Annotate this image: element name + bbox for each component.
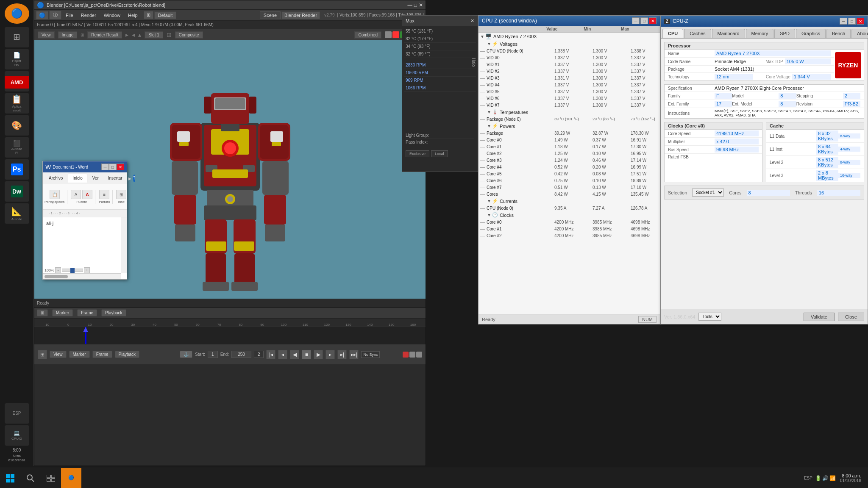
cpuz-minimize[interactable]: ─	[840, 18, 847, 25]
combined-btn[interactable]: Combined	[354, 31, 381, 39]
voltages-group[interactable]: ▼ ⚡ Voltages	[479, 40, 660, 47]
volume-icon[interactable]: 🔊	[822, 475, 829, 481]
vid5-row[interactable]: —VID #51.337 V1.300 V1.337 V	[479, 88, 660, 95]
core0-power-row[interactable]: —Core #01.49 W0.37 W16.91 W	[479, 136, 660, 143]
start-button[interactable]	[0, 468, 20, 488]
tab-about[interactable]: About	[851, 29, 868, 38]
menu-file[interactable]: File	[62, 12, 77, 19]
tree-maximize[interactable]: □	[640, 17, 648, 24]
tl-view-btn[interactable]: ⊞	[37, 309, 48, 316]
validate-btn[interactable]: Validate	[804, 313, 835, 321]
tab-caches[interactable]: Caches	[684, 29, 711, 38]
sidebar-icon-dw[interactable]: Dw	[5, 181, 29, 202]
maximize-btn[interactable]: □	[414, 2, 417, 8]
word-maximize[interactable]: □	[109, 164, 117, 170]
clock-core1-row[interactable]: —Core #14200 MHz3985 MHz4698 MHz	[479, 225, 660, 232]
num-indicator[interactable]: NUM	[638, 316, 657, 323]
clocks-group[interactable]: ▼ 🕐 Clocks	[479, 211, 660, 219]
word-close[interactable]: ✕	[117, 164, 124, 170]
sidebar-icon-amd[interactable]: AMD	[5, 71, 29, 92]
cortana-btn[interactable]	[20, 468, 41, 488]
tools-dropdown[interactable]: Tools	[698, 313, 721, 321]
blender-taskbar-btn[interactable]: 🔵	[61, 468, 81, 488]
next-frame-btn[interactable]: ▸	[326, 350, 335, 359]
menu-render[interactable]: Render	[78, 12, 100, 19]
vid4-row[interactable]: —VID #41.337 V1.300 V1.337 V	[479, 81, 660, 88]
vp-ctrl-1[interactable]	[385, 31, 392, 38]
pkg-temp-row[interactable]: —Package (Node 0)39 °C (101 °F)29 °C (83…	[479, 116, 660, 122]
play-reverse-btn[interactable]: ◀	[290, 350, 299, 359]
scene-selector[interactable]: Scene	[260, 11, 281, 19]
font-icon[interactable]: A	[71, 190, 81, 199]
clock-core0-row[interactable]: —Core #04200 MHz3985 MHz4698 MHz	[479, 219, 660, 225]
monitoring-close[interactable]: ✕	[470, 18, 474, 24]
word-hscroll-thumb[interactable]	[45, 275, 68, 278]
core4-power-row[interactable]: —Core #40.52 W0.20 W16.99 W	[479, 164, 660, 170]
rec-btn[interactable]	[403, 352, 409, 358]
last-frame-btn[interactable]: ▸▸|	[349, 350, 359, 359]
sidebar-icon-paint[interactable]: 🎨	[5, 115, 29, 136]
core6-power-row[interactable]: —Core #60.75 W0.10 W18.89 W	[479, 177, 660, 184]
tab-bench[interactable]: Bench	[826, 29, 851, 38]
tree-processor-row[interactable]: ▼ 🖥️ AMD Ryzen 7 2700X	[479, 33, 660, 40]
sync-mode[interactable]: No Sync	[361, 351, 380, 358]
vid3-row[interactable]: —VID #31.331 V1.300 V1.337 V	[479, 75, 660, 81]
tl-icon1[interactable]	[409, 352, 415, 358]
zoom-in-btn[interactable]: +	[84, 267, 90, 273]
clock-core2-row[interactable]: —Core #24200 MHz3985 MHz4698 MHz	[479, 232, 660, 239]
core3-power-row[interactable]: —Core #31.24 W0.46 W17.14 W	[479, 157, 660, 164]
close-btn[interactable]: ✕	[419, 2, 423, 8]
view-tl-btn[interactable]: View	[50, 351, 67, 358]
tl-marker-btn2[interactable]: Marker	[69, 351, 90, 358]
tab-cpu[interactable]: CPU	[662, 29, 683, 38]
insert-icon[interactable]: ⊞	[116, 190, 126, 199]
sidebar-icon-ps[interactable]: Ps	[5, 159, 29, 180]
stop-btn[interactable]: ■	[302, 350, 311, 359]
word-tab-inicio[interactable]: Inicio	[68, 174, 87, 183]
word-tab-insertar[interactable]: Insertar	[104, 174, 127, 182]
vid0-row[interactable]: —VID #01.337 V1.300 V1.337 V	[479, 54, 660, 61]
cores-power-row[interactable]: —Cores8.42 W4.15 W135.45 W	[479, 191, 660, 197]
play-btn[interactable]: ▶	[314, 350, 323, 359]
tab-mainboard[interactable]: Mainboard	[712, 29, 745, 38]
tree-minimize[interactable]: ─	[632, 17, 640, 24]
word-vscrollbar[interactable]	[121, 217, 127, 273]
close-cpuz-btn[interactable]: Close	[838, 313, 864, 321]
tl-frame-btn[interactable]: Frame	[77, 309, 97, 316]
sidebar-icon-autodesk2[interactable]: 📐Autode	[5, 203, 29, 224]
timeline-content[interactable]	[34, 327, 426, 344]
selection-dropdown[interactable]: Socket #1	[692, 189, 724, 197]
word-hscrollbar[interactable]	[43, 273, 121, 279]
start-frame[interactable]: 1	[208, 351, 218, 358]
sidebar-icon-paper[interactable]: 📄Paperrec	[5, 49, 29, 69]
vp-ctrl-red[interactable]	[392, 31, 399, 38]
sidebar-icon-esp[interactable]: ESP	[5, 403, 29, 424]
battery-icon[interactable]: 🔋	[815, 475, 821, 481]
task-view-btn[interactable]	[41, 468, 61, 488]
render-result-btn[interactable]: Render Result	[87, 31, 122, 39]
pkg-power-row[interactable]: —Package39.29 W32.87 W178.30 W	[479, 130, 660, 136]
tree-close[interactable]: ✕	[649, 17, 657, 24]
sidebar-icon-cpuid[interactable]: 💻 CPUID	[5, 425, 29, 446]
vid7-row[interactable]: —VID #71.337 V1.300 V1.337 V	[479, 102, 660, 108]
vid2-row[interactable]: —VID #21.337 V1.300 V1.337 V	[479, 68, 660, 75]
word-minimize[interactable]: ─	[101, 164, 109, 170]
zoom-slider[interactable]	[62, 269, 83, 272]
core2-power-row[interactable]: —Core #21.25 W0.10 W16.95 W	[479, 150, 660, 157]
tab-spd[interactable]: SPD	[774, 29, 795, 38]
word-tab-archivo[interactable]: Archivo	[45, 174, 67, 182]
word-tab-more[interactable]: ▸	[128, 175, 131, 182]
vid1-row[interactable]: —VID #11.337 V1.300 V1.337 V	[479, 61, 660, 68]
vid6-row[interactable]: —VID #61.337 V1.300 V1.337 V	[479, 95, 660, 102]
snap-btn[interactable]: ⊞	[38, 350, 47, 359]
core7-power-row[interactable]: —Core #70.51 W0.13 W17.10 W	[479, 184, 660, 191]
paragraph-icon[interactable]: ≡	[99, 190, 109, 199]
slot-btn[interactable]: Slot 1	[145, 31, 163, 39]
current-frame[interactable]: 2	[254, 351, 264, 358]
menu-info[interactable]: ⓘ	[49, 11, 61, 19]
tl-marker-btn[interactable]: Marker	[52, 309, 73, 316]
menu-window[interactable]: Window	[100, 12, 124, 19]
image-btn[interactable]: Image	[58, 31, 78, 39]
cpuz-close[interactable]: ✕	[857, 18, 864, 25]
next-keyframe-btn[interactable]: ▸|	[337, 350, 347, 359]
